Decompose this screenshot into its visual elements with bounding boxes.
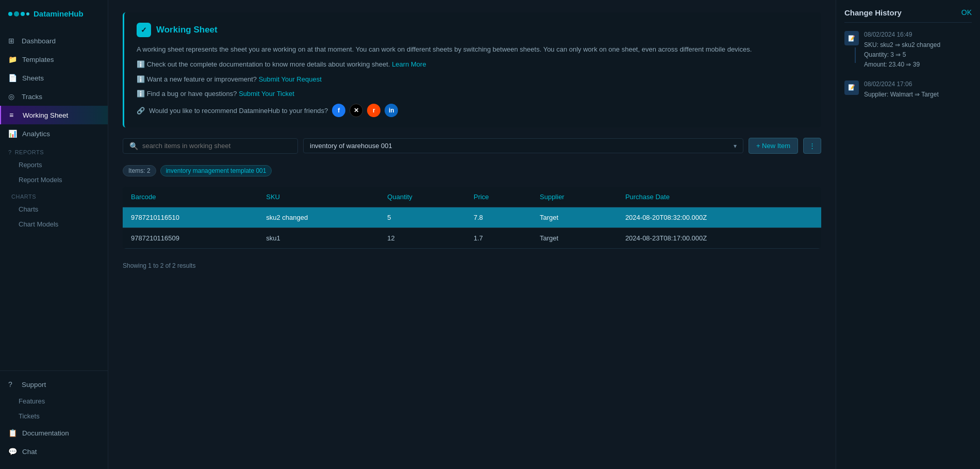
sidebar-item-label: Support [22,381,46,389]
sidebar-item-analytics[interactable]: 📊 Analytics [0,124,108,143]
bug-icon: ℹ️ [137,90,145,98]
history-detail-0: Supplier: Walmart ⇒ Target [864,90,972,100]
cell-quantity: 12 [379,228,465,249]
main-content: ✓ Working Sheet A working sheet represen… [108,0,836,469]
history-detail-2: Amount: 23.40 ⇒ 39 [864,60,972,70]
sidebar-item-chart-models[interactable]: Chart Models [0,217,108,232]
cell-price: 7.8 [466,207,531,228]
search-icon: 🔍 [129,142,138,150]
info-panel-description: A working sheet represents the sheet you… [137,44,809,55]
history-time: 08/02/2024 17:06 [864,80,972,88]
sidebar-item-label: Working Sheet [23,111,68,119]
sidebar-nav: ⊞ Dashboard 📁 Templates 📄 Sheets ◎ Track… [0,27,108,370]
items-count-tag: Items: 2 [123,165,156,176]
working-sheet-icon: ≡ [9,111,18,119]
twitter-x-button[interactable]: ✕ [350,104,363,117]
info-panel: ✓ Working Sheet A working sheet represen… [123,12,821,127]
sheet-selector[interactable]: inventory of warehouse 001 ▾ [303,138,743,153]
sidebar-item-dashboard[interactable]: ⊞ Dashboard [0,31,108,50]
info-panel-heading: Working Sheet [156,25,218,35]
sidebar-item-reports[interactable]: Reports [0,157,108,172]
sheets-icon: 📄 [8,74,17,82]
table-header: Barcode SKU Quantity Price Supplier Purc… [123,187,821,207]
sidebar-item-sheets[interactable]: 📄 Sheets [0,69,108,87]
info-panel-doc-icon: ℹ️ [137,60,145,68]
submit-request-link[interactable]: Submit Your Request [259,75,322,83]
cell-supplier: Target [531,228,617,249]
sidebar-item-label: Tracks [22,93,42,101]
logo: DatamineHub [0,0,108,27]
social-icon-share: 🔗 [137,107,145,115]
cell-price: 1.7 [466,228,531,249]
templates-icon: 📁 [8,55,17,63]
history-time: 08/02/2024 16:49 [864,31,972,38]
reddit-button[interactable]: r [367,104,380,117]
cell-barcode: 9787210116510 [123,207,258,228]
linkedin-button[interactable]: in [385,104,398,117]
history-content: 08/02/2024 16:49 SKU: sku2 ⇒ sku2 change… [864,31,972,70]
history-detail-1: Quantity: 3 ⇒ 5 [864,50,972,60]
history-item: 📝 08/02/2024 17:06 Supplier: Walmart ⇒ T… [844,80,972,100]
cell-sku: sku1 [258,228,379,249]
learn-more-link[interactable]: Learn More [392,60,426,68]
sidebar-item-report-models[interactable]: Report Models [0,172,108,187]
tags-row: Items: 2 inventory management template 0… [123,165,821,176]
support-icon: ? [8,380,16,389]
data-table: Barcode SKU Quantity Price Supplier Purc… [123,187,821,249]
col-barcode: Barcode [123,187,258,207]
sidebar-item-label: Chat [22,448,37,456]
search-input[interactable] [142,142,291,150]
doc-icon: 📋 [8,429,17,437]
sidebar-item-chat[interactable]: 💬 Chat [0,442,108,461]
sidebar-item-templates[interactable]: 📁 Templates [0,50,108,69]
social-row: 🔗 Would you like to recommend DatamineHu… [137,104,809,117]
feature-icon: ℹ️ [137,75,145,83]
sidebar-item-tracks[interactable]: ◎ Tracks [0,87,108,106]
col-supplier: Supplier [531,187,617,207]
sidebar-item-features[interactable]: Features [0,394,108,409]
search-box[interactable]: 🔍 [123,138,298,154]
cell-quantity: 5 [379,207,465,228]
ok-button[interactable]: OK [961,8,972,17]
sidebar-item-support[interactable]: ? Support [0,375,108,394]
chevron-down-icon: ▾ [734,142,737,150]
history-item: 📝 08/02/2024 16:49 SKU: sku2 ⇒ sku2 chan… [844,31,972,70]
tracks-icon: ◎ [8,92,16,101]
template-tag: inventory management template 001 [160,165,272,176]
sidebar: DatamineHub ⊞ Dashboard 📁 Templates 📄 Sh… [0,0,108,469]
history-icon: 📝 [844,80,859,95]
new-item-button[interactable]: + New Item [749,138,798,154]
sidebar-item-charts[interactable]: Charts [0,202,108,217]
sidebar-item-working-sheet[interactable]: ≡ Working Sheet [0,106,108,124]
reports-icon: ? [8,149,12,155]
history-detail-0: SKU: sku2 ⇒ sku2 changed [864,40,972,50]
toolbar: 🔍 inventory of warehouse 001 ▾ + New Ite… [123,138,821,154]
cell-purchase-date: 2024-08-20T08:32:00.000Z [617,207,821,228]
sheet-select[interactable]: inventory of warehouse 001 [310,142,729,150]
change-history-title: Change History [844,8,972,23]
timeline-line [855,47,856,63]
more-options-button[interactable]: ⋮ [803,138,821,154]
history-icon: 📝 [844,31,859,45]
info-panel-title: ✓ Working Sheet [137,23,809,37]
col-price: Price [466,187,531,207]
sidebar-item-label: Documentation [22,429,69,437]
submit-ticket-link[interactable]: Submit Your Ticket [239,90,294,98]
sidebar-item-documentation[interactable]: 📋 Documentation [0,424,108,442]
sidebar-item-label: Dashboard [22,37,56,45]
col-purchase-date: Purchase Date [617,187,821,207]
sidebar-item-tickets[interactable]: Tickets [0,409,108,424]
reports-section-header: ? Reports [0,143,108,157]
page-layout: ✓ Working Sheet A working sheet represen… [108,0,980,469]
info-panel-doc: ℹ️ Check out the complete documentation … [137,59,809,70]
facebook-button[interactable]: f [332,104,345,117]
history-content: 08/02/2024 17:06 Supplier: Walmart ⇒ Tar… [864,80,972,100]
analytics-icon: 📊 [8,130,17,138]
table-row[interactable]: 9787210116509 sku1 12 1.7 Target 2024-08… [123,228,821,249]
sidebar-item-label: Templates [22,56,54,63]
chat-icon: 💬 [8,447,17,456]
charts-section-header: Charts [0,187,108,202]
col-sku: SKU [258,187,379,207]
table-row[interactable]: 9787210116510 sku2 changed 5 7.8 Target … [123,207,821,228]
info-panel-feature: ℹ️ Want a new feature or improvement? Su… [137,74,809,85]
